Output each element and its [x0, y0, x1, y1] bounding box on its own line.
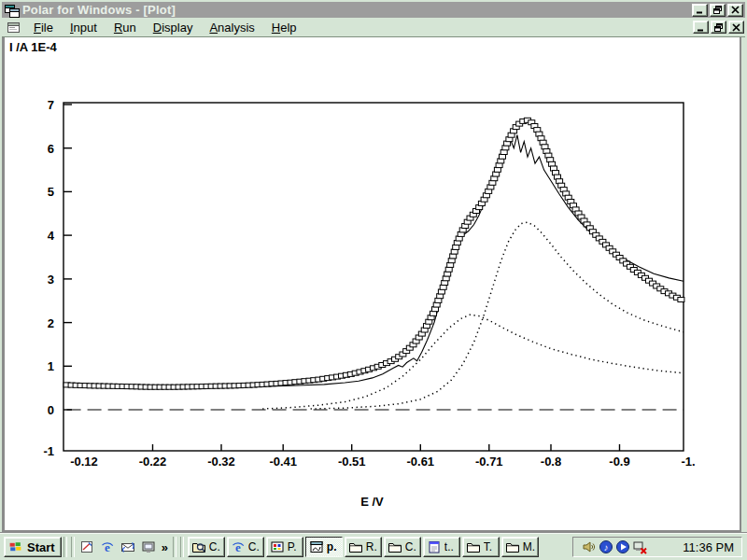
- task-label: R.: [366, 540, 377, 553]
- paint-icon: [270, 539, 285, 554]
- internet-explorer-icon: e: [231, 539, 246, 554]
- task-label: C.: [209, 540, 220, 553]
- network-error-icon[interactable]: [631, 539, 647, 555]
- title-bar: Polar for Windows - [Plot]: [2, 2, 745, 18]
- mail-icon[interactable]: [120, 539, 136, 555]
- tray-icons: ♪: [581, 539, 648, 555]
- taskbar: Start e » C.eC.P.p.R.C.t..T.M. ♪ 11:36 P…: [0, 533, 747, 560]
- viewer-icon[interactable]: [140, 539, 157, 555]
- task-button[interactable]: C.: [188, 537, 225, 557]
- quick-launch-bar: e: [78, 539, 157, 555]
- player-play-icon[interactable]: [614, 539, 630, 555]
- plot-client-area: I /A 1E-4 E /V: [2, 37, 741, 532]
- system-tray: ♪ 11:36 PM: [572, 537, 742, 557]
- menu-display[interactable]: Display: [146, 19, 201, 36]
- taskbar-clock[interactable]: 11:36 PM: [683, 540, 734, 554]
- menu-run[interactable]: Run: [106, 19, 144, 36]
- task-button[interactable]: P.: [266, 537, 303, 557]
- volume-icon[interactable]: [581, 539, 597, 555]
- window-title: Polar for Windows - [Plot]: [22, 3, 690, 17]
- start-button[interactable]: Start: [4, 537, 62, 557]
- menu-bar: File Input Run Display Analysis Help: [2, 18, 745, 37]
- task-label: T.: [484, 540, 492, 553]
- task-label: p.: [327, 540, 337, 553]
- folder-icon: [388, 539, 402, 554]
- taskbar-divider: [63, 537, 67, 557]
- search-folder-icon: [191, 539, 206, 554]
- taskbar-divider: [180, 537, 184, 557]
- notepad-icon: [427, 539, 442, 554]
- folder-icon: [466, 539, 481, 554]
- internet-explorer-icon[interactable]: e: [99, 539, 116, 555]
- player-note-icon[interactable]: ♪: [598, 539, 613, 555]
- menu-input[interactable]: Input: [63, 19, 105, 36]
- folder-icon: [505, 539, 520, 554]
- svg-text:e: e: [235, 540, 241, 554]
- y-axis-title: I /A 1E-4: [9, 40, 57, 54]
- taskbar-divider: [173, 537, 176, 557]
- menu-analysis[interactable]: Analysis: [202, 19, 261, 36]
- menu-file[interactable]: File: [26, 19, 61, 36]
- svg-text:♪: ♪: [603, 542, 608, 553]
- document-restore-button[interactable]: [711, 21, 726, 34]
- task-label: t..: [444, 540, 454, 553]
- windows-logo-icon: [7, 539, 24, 555]
- document-close-button[interactable]: [728, 21, 744, 34]
- x-axis-title: E /V: [5, 495, 740, 509]
- screen: { "window": { "title": "Polar for Window…: [0, 0, 747, 560]
- restore-button[interactable]: [710, 4, 726, 17]
- document-minimize-button[interactable]: [693, 21, 709, 34]
- task-button[interactable]: M.: [501, 537, 539, 557]
- plot-document-icon: [7, 21, 21, 34]
- task-button[interactable]: R.: [345, 537, 382, 557]
- menu-help[interactable]: Help: [264, 19, 304, 36]
- start-label: Start: [27, 540, 55, 554]
- task-label: P.: [288, 540, 297, 553]
- close-button[interactable]: [727, 4, 743, 17]
- task-button[interactable]: C.: [384, 537, 421, 557]
- task-button[interactable]: eC.: [227, 537, 264, 557]
- polar-app-icon: [5, 4, 19, 17]
- folder-icon: [348, 539, 363, 554]
- svg-text:e: e: [105, 540, 110, 554]
- task-buttons: C.eC.P.p.R.C.t..T.M.: [188, 537, 539, 557]
- task-button[interactable]: T.: [462, 537, 500, 557]
- polar-window-icon: [309, 539, 324, 554]
- task-button[interactable]: t..: [423, 537, 460, 557]
- task-label: C.: [248, 540, 260, 553]
- task-label: C.: [405, 540, 416, 553]
- minimize-button[interactable]: [692, 4, 708, 17]
- quick-launch-overflow-chevron[interactable]: »: [162, 540, 168, 554]
- task-label: M.: [523, 540, 535, 553]
- task-button[interactable]: p.: [305, 537, 343, 557]
- taskbar-divider: [71, 537, 75, 557]
- desktop-note-icon[interactable]: [78, 539, 95, 555]
